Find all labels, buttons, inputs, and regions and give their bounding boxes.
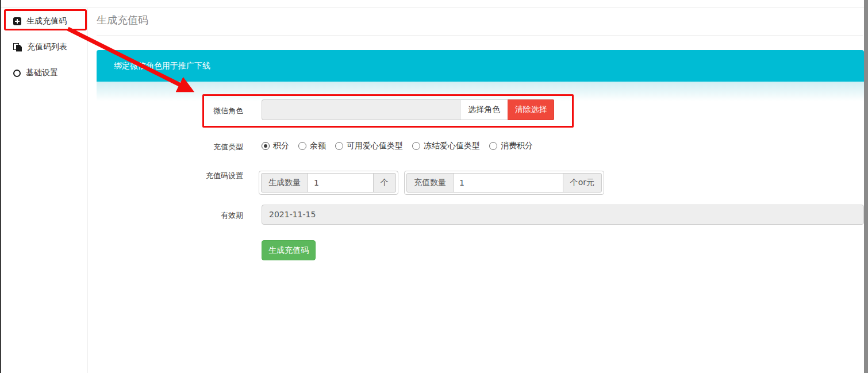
app-page: 生成充值码 充值码列表 基础设置 生成充值码 绑定微信角色用于推广下线 微信角色… — [0, 0, 868, 373]
recharge-quantity-group: 充值数量 个or元 — [404, 171, 604, 195]
title-divider — [97, 35, 863, 36]
generate-quantity-input[interactable] — [308, 173, 374, 193]
select-role-button[interactable]: 选择角色 — [460, 99, 508, 120]
info-banner: 绑定微信角色用于推广下线 — [97, 50, 864, 82]
sidebar-item-label: 生成充值码 — [26, 16, 67, 26]
validity-date-input[interactable]: 2021-11-15 — [262, 205, 864, 225]
radio-label: 积分 — [273, 141, 289, 151]
code-settings-label: 充值码设置 — [180, 171, 243, 181]
radio-icon — [335, 142, 343, 150]
sidebar-item-code-list[interactable]: 充值码列表 — [1, 37, 87, 57]
radio-icon — [298, 142, 306, 150]
generate-quantity-group: 生成数量 个 — [259, 171, 398, 195]
recharge-type-label: 充值类型 — [180, 142, 243, 152]
radio-icon — [262, 142, 270, 150]
recharge-quantity-suffix: 个or元 — [563, 173, 602, 193]
sidebar: 生成充值码 充值码列表 基础设置 — [1, 8, 87, 373]
circle-outline-icon — [13, 70, 21, 77]
vertical-scrollbar[interactable] — [864, 0, 868, 373]
radio-label: 消费积分 — [501, 141, 533, 151]
plus-square-icon — [13, 17, 21, 25]
wechat-role-input[interactable] — [262, 99, 460, 120]
banner-fade — [97, 82, 864, 101]
radio-consumption-points[interactable]: 消费积分 — [489, 141, 533, 151]
radio-icon — [412, 142, 420, 150]
radio-label: 冻结爱心值类型 — [424, 141, 480, 151]
radio-frozen-love-value[interactable]: 冻结爱心值类型 — [412, 141, 480, 151]
radio-points[interactable]: 积分 — [262, 141, 289, 151]
radio-label: 可用爱心值类型 — [347, 141, 403, 151]
sidebar-item-basic-settings[interactable]: 基础设置 — [1, 63, 87, 83]
validity-label: 有效期 — [180, 210, 243, 221]
radio-icon — [489, 142, 497, 150]
generate-code-button[interactable]: 生成充值码 — [262, 240, 316, 260]
radio-available-love-value[interactable]: 可用爱心值类型 — [335, 141, 403, 151]
sidebar-item-label: 基础设置 — [26, 68, 58, 78]
recharge-type-radio-group: 积分 余额 可用爱心值类型 冻结爱心值类型 消费积分 — [262, 141, 542, 151]
copy-icon — [13, 43, 22, 52]
recharge-quantity-input[interactable] — [453, 173, 563, 193]
radio-label: 余额 — [310, 141, 326, 151]
info-banner-text: 绑定微信角色用于推广下线 — [114, 61, 210, 71]
radio-balance[interactable]: 余额 — [298, 141, 326, 151]
clear-selection-button[interactable]: 清除选择 — [508, 99, 554, 120]
wechat-role-label: 微信角色 — [180, 106, 243, 116]
sidebar-item-label: 充值码列表 — [27, 42, 67, 52]
generate-quantity-prefix: 生成数量 — [261, 173, 308, 193]
recharge-quantity-prefix: 充值数量 — [406, 173, 454, 193]
main-content: 生成充值码 绑定微信角色用于推广下线 微信角色 选择角色 清除选择 充值类型 积… — [88, 8, 864, 373]
sidebar-item-generate-code[interactable]: 生成充值码 — [1, 11, 87, 31]
generate-quantity-suffix: 个 — [373, 173, 396, 193]
page-title: 生成充值码 — [97, 13, 148, 27]
